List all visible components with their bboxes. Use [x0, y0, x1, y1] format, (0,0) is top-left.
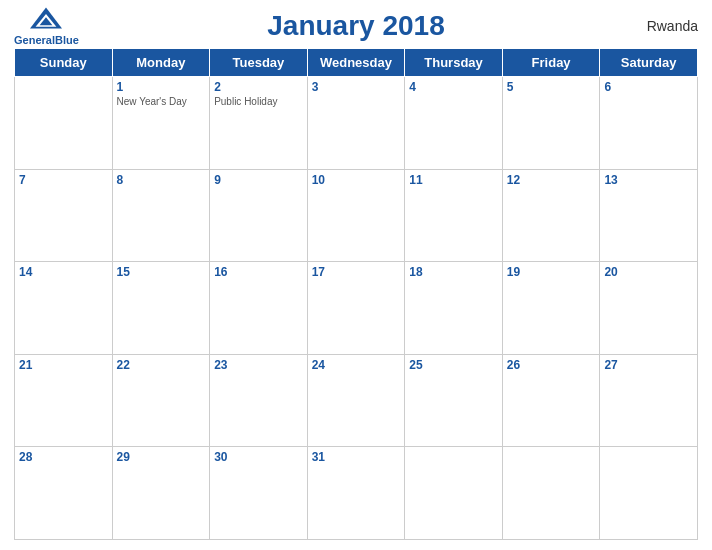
calendar-day-cell: 7 — [15, 169, 113, 262]
calendar-day-cell: 8 — [112, 169, 210, 262]
calendar-day-cell: 22 — [112, 354, 210, 447]
day-number: 4 — [409, 80, 498, 94]
logo: General Blue — [14, 6, 79, 46]
header-friday: Friday — [502, 49, 600, 77]
calendar-day-cell: 11 — [405, 169, 503, 262]
calendar-day-cell: 2Public Holiday — [210, 77, 308, 170]
calendar-day-cell: 23 — [210, 354, 308, 447]
calendar-day-cell: 16 — [210, 262, 308, 355]
logo-blue: Blue — [55, 34, 79, 46]
day-number: 9 — [214, 173, 303, 187]
calendar-day-cell: 18 — [405, 262, 503, 355]
day-number: 11 — [409, 173, 498, 187]
holiday-label: Public Holiday — [214, 96, 303, 107]
calendar-day-cell: 20 — [600, 262, 698, 355]
calendar-day-cell: 4 — [405, 77, 503, 170]
weekday-header-row: Sunday Monday Tuesday Wednesday Thursday… — [15, 49, 698, 77]
day-number: 8 — [117, 173, 206, 187]
day-number: 29 — [117, 450, 206, 464]
day-number: 24 — [312, 358, 401, 372]
day-number: 27 — [604, 358, 693, 372]
day-number: 13 — [604, 173, 693, 187]
day-number: 10 — [312, 173, 401, 187]
calendar-container: General Blue January 2018 Rwanda Sunday … — [0, 0, 712, 550]
day-number: 5 — [507, 80, 596, 94]
calendar-day-cell: 3 — [307, 77, 405, 170]
day-number: 17 — [312, 265, 401, 279]
calendar-day-cell — [405, 447, 503, 540]
header-thursday: Thursday — [405, 49, 503, 77]
day-number: 12 — [507, 173, 596, 187]
holiday-label: New Year's Day — [117, 96, 206, 107]
header-wednesday: Wednesday — [307, 49, 405, 77]
calendar-day-cell: 27 — [600, 354, 698, 447]
calendar-week-row: 78910111213 — [15, 169, 698, 262]
day-number: 16 — [214, 265, 303, 279]
logo-general: General — [14, 34, 55, 46]
calendar-day-cell: 10 — [307, 169, 405, 262]
calendar-day-cell: 13 — [600, 169, 698, 262]
calendar-table: Sunday Monday Tuesday Wednesday Thursday… — [14, 48, 698, 540]
calendar-day-cell: 31 — [307, 447, 405, 540]
day-number: 25 — [409, 358, 498, 372]
header-saturday: Saturday — [600, 49, 698, 77]
calendar-week-row: 1New Year's Day2Public Holiday3456 — [15, 77, 698, 170]
calendar-week-row: 28293031 — [15, 447, 698, 540]
day-number: 21 — [19, 358, 108, 372]
day-number: 20 — [604, 265, 693, 279]
calendar-day-cell: 5 — [502, 77, 600, 170]
country-label: Rwanda — [647, 18, 698, 34]
day-number: 6 — [604, 80, 693, 94]
day-number: 15 — [117, 265, 206, 279]
calendar-day-cell — [502, 447, 600, 540]
calendar-day-cell: 14 — [15, 262, 113, 355]
day-number: 1 — [117, 80, 206, 94]
calendar-header: General Blue January 2018 Rwanda — [14, 10, 698, 42]
day-number: 26 — [507, 358, 596, 372]
calendar-day-cell: 30 — [210, 447, 308, 540]
day-number: 23 — [214, 358, 303, 372]
header-sunday: Sunday — [15, 49, 113, 77]
calendar-week-row: 14151617181920 — [15, 262, 698, 355]
logo-icon — [26, 6, 66, 34]
calendar-day-cell — [15, 77, 113, 170]
calendar-day-cell: 28 — [15, 447, 113, 540]
day-number: 31 — [312, 450, 401, 464]
day-number: 28 — [19, 450, 108, 464]
calendar-title: January 2018 — [267, 10, 444, 42]
calendar-day-cell: 6 — [600, 77, 698, 170]
calendar-day-cell: 9 — [210, 169, 308, 262]
day-number: 22 — [117, 358, 206, 372]
calendar-day-cell: 1New Year's Day — [112, 77, 210, 170]
calendar-day-cell: 19 — [502, 262, 600, 355]
header-tuesday: Tuesday — [210, 49, 308, 77]
calendar-week-row: 21222324252627 — [15, 354, 698, 447]
day-number: 18 — [409, 265, 498, 279]
calendar-day-cell: 24 — [307, 354, 405, 447]
day-number: 3 — [312, 80, 401, 94]
calendar-day-cell: 12 — [502, 169, 600, 262]
header-monday: Monday — [112, 49, 210, 77]
day-number: 14 — [19, 265, 108, 279]
day-number: 19 — [507, 265, 596, 279]
calendar-day-cell: 25 — [405, 354, 503, 447]
calendar-day-cell: 29 — [112, 447, 210, 540]
calendar-day-cell — [600, 447, 698, 540]
calendar-day-cell: 21 — [15, 354, 113, 447]
day-number: 30 — [214, 450, 303, 464]
calendar-day-cell: 26 — [502, 354, 600, 447]
calendar-day-cell: 15 — [112, 262, 210, 355]
day-number: 7 — [19, 173, 108, 187]
day-number: 2 — [214, 80, 303, 94]
calendar-day-cell: 17 — [307, 262, 405, 355]
